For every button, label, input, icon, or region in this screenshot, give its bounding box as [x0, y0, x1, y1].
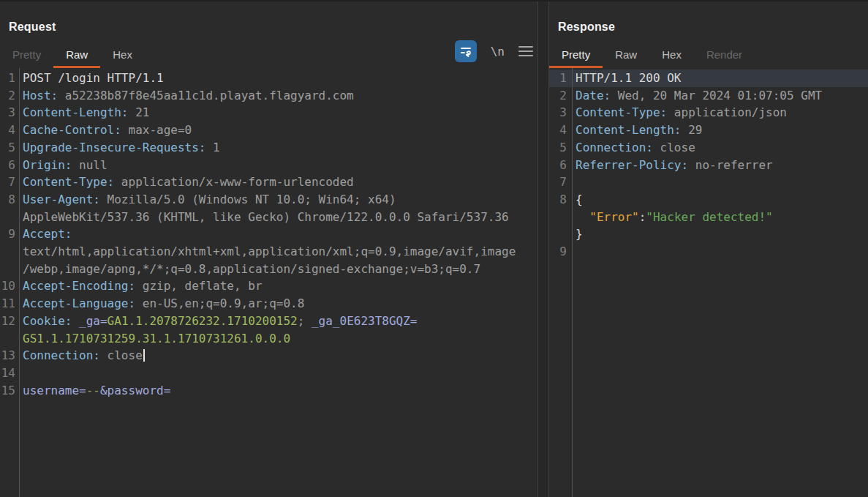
- show-newlines-toggle[interactable]: \n: [491, 45, 505, 59]
- line-content: [19, 365, 23, 382]
- line-number: 7: [0, 173, 19, 191]
- line-content: Connection: close: [572, 139, 695, 157]
- request-title: Request: [0, 1, 537, 34]
- request-tabs: PrettyRawHex: [0, 43, 145, 68]
- panel-divider[interactable]: [537, 1, 549, 497]
- tab-pretty[interactable]: Pretty: [549, 43, 603, 68]
- line-content: "Error":"Hacker detected!": [572, 209, 773, 226]
- editor-line: 8User-Agent: Mozilla/5.0 (Windows NT 10.…: [0, 191, 537, 209]
- editor-menu-button[interactable]: [518, 43, 533, 59]
- line-content: POST /login HTTP/1.1: [19, 70, 164, 87]
- line-content: Connection: close: [19, 347, 145, 365]
- request-editor[interactable]: 1POST /login HTTP/1.12Host: a52238b87f8e…: [0, 68, 537, 497]
- request-header: Request PrettyRawHex \n: [0, 1, 537, 68]
- line-content: Date: Wed, 20 Mar 2024 01:07:05 GMT: [572, 87, 822, 105]
- line-number: 3: [0, 104, 19, 122]
- line-number: 8: [0, 191, 19, 209]
- line-content: Cache-Control: max-age=0: [19, 122, 192, 139]
- line-content: Content-Length: 29: [572, 122, 702, 139]
- line-content: Referrer-Policy: no-referrer: [572, 157, 773, 174]
- message-editor-split-view: Request PrettyRawHex \n 1POST /login HTT…: [0, 1, 868, 497]
- editor-line: 4Content-Length: 29: [549, 122, 868, 139]
- line-number: 12: [0, 313, 19, 330]
- editor-line: 15username=--&password=: [0, 382, 537, 400]
- editor-line: }: [549, 225, 868, 243]
- line-number: [0, 243, 19, 261]
- response-editor[interactable]: 1HTTP/1.1 200 OK2Date: Wed, 20 Mar 2024 …: [549, 68, 868, 497]
- editor-line: 6Referrer-Policy: no-referrer: [549, 157, 868, 174]
- editor-line: 13Connection: close: [0, 347, 537, 365]
- word-wrap-toggle-button[interactable]: [455, 40, 477, 62]
- line-number: 3: [549, 104, 572, 122]
- editor-line: 14: [0, 365, 537, 382]
- line-content: User-Agent: Mozilla/5.0 (Windows NT 10.0…: [19, 191, 396, 209]
- editor-line: 12Cookie: _ga=GA1.1.2078726232.171020015…: [0, 313, 537, 330]
- response-title: Response: [549, 1, 868, 34]
- line-number: 4: [0, 122, 19, 139]
- word-wrap-icon: [459, 45, 472, 58]
- line-content: text/html,application/xhtml+xml,applicat…: [19, 243, 516, 261]
- tab-render: Render: [694, 43, 755, 68]
- editor-line: 5Upgrade-Insecure-Requests: 1: [0, 139, 537, 157]
- tab-raw[interactable]: Raw: [603, 43, 649, 68]
- editor-line: 9Accept:: [0, 225, 537, 243]
- editor-line: 3Content-Length: 21: [0, 104, 537, 122]
- editor-line: /webp,image/apng,*/*;q=0.8,application/s…: [0, 261, 537, 278]
- response-header: Response PrettyRawHexRender: [549, 1, 868, 68]
- line-number: [549, 209, 572, 226]
- line-number: 9: [0, 225, 19, 243]
- editor-line: 6Origin: null: [0, 157, 537, 174]
- editor-line: "Error":"Hacker detected!": [549, 209, 868, 226]
- editor-line: 8{: [549, 191, 868, 209]
- response-tabs: PrettyRawHexRender: [549, 43, 755, 68]
- editor-line: 1POST /login HTTP/1.1: [0, 70, 537, 87]
- editor-line: 2Host: a52238b87f8e45aa11c1d.playat.flag…: [0, 87, 537, 105]
- line-number: 2: [0, 87, 19, 105]
- tab-hex[interactable]: Hex: [100, 43, 145, 68]
- line-number: 8: [549, 191, 572, 209]
- tab-hex[interactable]: Hex: [649, 43, 694, 68]
- line-content: Host: a52238b87f8e45aa11c1d.playat.flagy…: [19, 87, 354, 105]
- tab-pretty: Pretty: [0, 43, 53, 68]
- line-content: [572, 173, 575, 191]
- line-content: Upgrade-Insecure-Requests: 1: [19, 139, 220, 157]
- line-content: Accept:: [19, 225, 72, 243]
- editor-line: 9: [549, 243, 868, 261]
- line-number: 15: [0, 382, 19, 400]
- line-content: HTTP/1.1 200 OK: [572, 70, 682, 87]
- line-number: 6: [549, 157, 572, 174]
- editor-line: text/html,application/xhtml+xml,applicat…: [0, 243, 537, 261]
- line-content: {: [572, 191, 583, 209]
- line-content: Content-Type: application/json: [572, 104, 787, 122]
- line-content: Content-Length: 21: [19, 104, 149, 122]
- line-content: /webp,image/apng,*/*;q=0.8,application/s…: [19, 261, 480, 278]
- tab-raw[interactable]: Raw: [53, 43, 100, 68]
- line-content: }: [572, 225, 583, 243]
- line-content: GS1.1.1710731259.31.1.1710731261.0.0.0: [19, 330, 290, 348]
- text-cursor: [143, 349, 145, 362]
- line-content: Origin: null: [19, 157, 107, 174]
- line-number: [549, 225, 572, 243]
- editor-line: 7: [549, 173, 868, 191]
- line-content: Content-Type: application/x-www-form-url…: [19, 173, 354, 191]
- editor-line: AppleWebKit/537.36 (KHTML, like Gecko) C…: [0, 209, 537, 226]
- line-content: [572, 243, 575, 261]
- line-number: 1: [0, 70, 19, 87]
- request-editor-toolbar: \n: [455, 40, 533, 62]
- editor-line: 3Content-Type: application/json: [549, 104, 868, 122]
- request-panel: Request PrettyRawHex \n 1POST /login HTT…: [0, 1, 537, 497]
- editor-line: 10Accept-Encoding: gzip, deflate, br: [0, 277, 537, 295]
- line-content: Accept-Language: en-US,en;q=0.9,ar;q=0.8: [19, 295, 304, 313]
- editor-line: 7Content-Type: application/x-www-form-ur…: [0, 173, 537, 191]
- line-number: 7: [549, 173, 572, 191]
- editor-line: 4Cache-Control: max-age=0: [0, 122, 537, 139]
- line-number: 11: [0, 295, 19, 313]
- line-number: [0, 209, 19, 226]
- line-content: Cookie: _ga=GA1.1.2078726232.1710200152;…: [19, 313, 417, 330]
- line-number: 10: [0, 277, 19, 295]
- line-number: [0, 261, 19, 278]
- line-number: 13: [0, 347, 19, 365]
- line-number: 4: [549, 122, 572, 139]
- line-number: [0, 330, 19, 348]
- line-content: Accept-Encoding: gzip, deflate, br: [19, 277, 263, 295]
